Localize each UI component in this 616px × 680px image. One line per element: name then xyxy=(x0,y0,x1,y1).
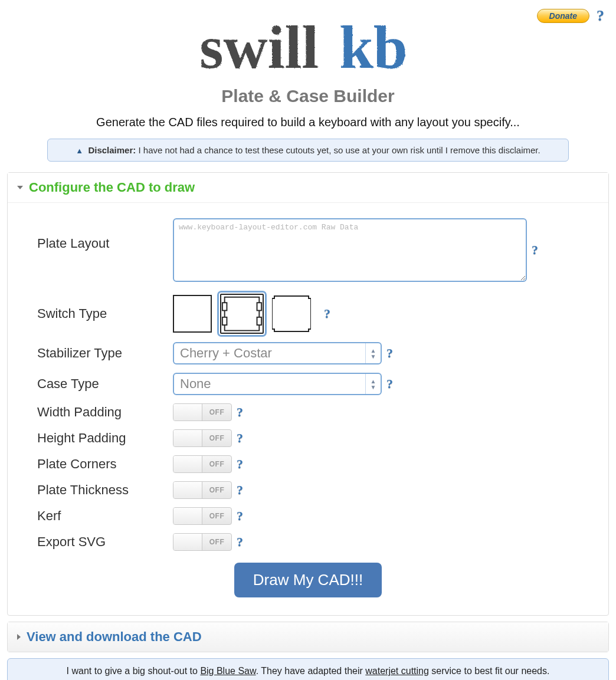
page-subtitle: Plate & Case Builder xyxy=(6,86,610,106)
stabilizer-type-value: Cherry + Costar xyxy=(174,343,365,363)
switch-type-option-3[interactable] xyxy=(272,295,311,333)
svg-rect-4 xyxy=(222,317,227,325)
width-padding-toggle[interactable]: OFF xyxy=(173,403,232,421)
select-arrows-icon: ▲▼ xyxy=(365,343,381,363)
svg-rect-3 xyxy=(222,303,227,310)
footer-banner: I want to give a big shout-out to Big Bl… xyxy=(7,658,609,680)
help-icon[interactable]: ? xyxy=(237,508,243,524)
toggle-off-label: OFF xyxy=(202,456,231,472)
height-padding-toggle[interactable]: OFF xyxy=(173,429,232,447)
warning-icon: ▲ xyxy=(76,146,83,155)
case-type-value: None xyxy=(174,374,365,394)
plate-thickness-toggle[interactable]: OFF xyxy=(173,481,232,499)
svg-rect-6 xyxy=(257,317,262,325)
big-blue-saw-link[interactable]: Big Blue Saw xyxy=(200,666,255,676)
switch-type-option-1[interactable] xyxy=(173,295,212,333)
svg-rect-5 xyxy=(257,303,262,310)
help-icon[interactable]: ? xyxy=(386,376,393,392)
disclaimer-label: Disclaimer: xyxy=(88,145,136,155)
help-icon[interactable]: ? xyxy=(237,431,243,446)
waterjet-cutting-link[interactable]: waterjet cutting xyxy=(365,666,429,676)
download-section-header[interactable]: View and download the CAD xyxy=(8,622,608,652)
donate-button[interactable]: Donate xyxy=(537,9,589,23)
disclaimer-text: I have not had a chance to test these cu… xyxy=(136,145,540,155)
plate-thickness-label: Plate Thickness xyxy=(25,482,173,498)
toggle-off-label: OFF xyxy=(202,430,231,446)
configure-section-header[interactable]: Configure the CAD to draw xyxy=(8,173,608,203)
width-padding-label: Width Padding xyxy=(25,405,173,420)
plate-corners-toggle[interactable]: OFF xyxy=(173,455,232,473)
case-type-select[interactable]: None ▲▼ xyxy=(173,373,382,395)
toggle-off-label: OFF xyxy=(202,508,231,524)
download-section-title: View and download the CAD xyxy=(27,629,202,645)
help-icon[interactable]: ? xyxy=(237,456,243,472)
switch-type-label: Switch Type xyxy=(25,306,173,321)
case-type-label: Case Type xyxy=(25,376,173,392)
stabilizer-type-label: Stabilizer Type xyxy=(25,346,173,361)
svg-text:swill: swill xyxy=(199,13,319,81)
export-svg-label: Export SVG xyxy=(25,534,173,550)
help-icon[interactable]: ? xyxy=(324,306,330,321)
logo: swill kb xyxy=(6,12,610,85)
toggle-off-label: OFF xyxy=(202,482,231,498)
footer-text-pre: I want to give a big shout-out to xyxy=(67,666,201,676)
height-padding-label: Height Padding xyxy=(25,431,173,446)
help-icon[interactable]: ? xyxy=(237,482,243,498)
page-tagline: Generate the CAD files required to build… xyxy=(6,116,610,129)
configure-section-title: Configure the CAD to draw xyxy=(29,180,195,195)
switch-type-option-2[interactable] xyxy=(220,294,264,334)
configure-section: Configure the CAD to draw Plate Layout ?… xyxy=(7,172,609,616)
kerf-toggle[interactable]: OFF xyxy=(173,507,232,525)
footer-text-post: service to best fit our needs. xyxy=(429,666,550,676)
plate-corners-label: Plate Corners xyxy=(25,456,173,472)
caret-down-icon xyxy=(17,186,23,189)
kerf-label: Kerf xyxy=(25,508,173,524)
help-icon[interactable]: ? xyxy=(532,242,538,258)
svg-rect-2 xyxy=(225,297,260,331)
help-icon[interactable]: ? xyxy=(237,405,243,420)
caret-right-icon xyxy=(17,634,21,640)
plate-layout-label: Plate Layout xyxy=(25,218,173,251)
export-svg-toggle[interactable]: OFF xyxy=(173,533,232,551)
help-icon[interactable]: ? xyxy=(237,534,243,550)
plate-layout-input[interactable] xyxy=(173,218,527,282)
svg-text:kb: kb xyxy=(339,13,408,81)
toggle-off-label: OFF xyxy=(202,404,231,421)
toggle-off-label: OFF xyxy=(202,534,231,550)
footer-text-mid: . They have adapted their xyxy=(256,666,366,676)
disclaimer-banner: ▲ Disclaimer: I have not had a chance to… xyxy=(47,139,569,162)
help-icon[interactable]: ? xyxy=(597,7,604,25)
stabilizer-type-select[interactable]: Cherry + Costar ▲▼ xyxy=(173,342,382,364)
select-arrows-icon: ▲▼ xyxy=(365,374,381,394)
download-section: View and download the CAD xyxy=(7,622,609,652)
help-icon[interactable]: ? xyxy=(386,346,393,361)
draw-cad-button[interactable]: Draw My CAD!!! xyxy=(234,563,382,597)
